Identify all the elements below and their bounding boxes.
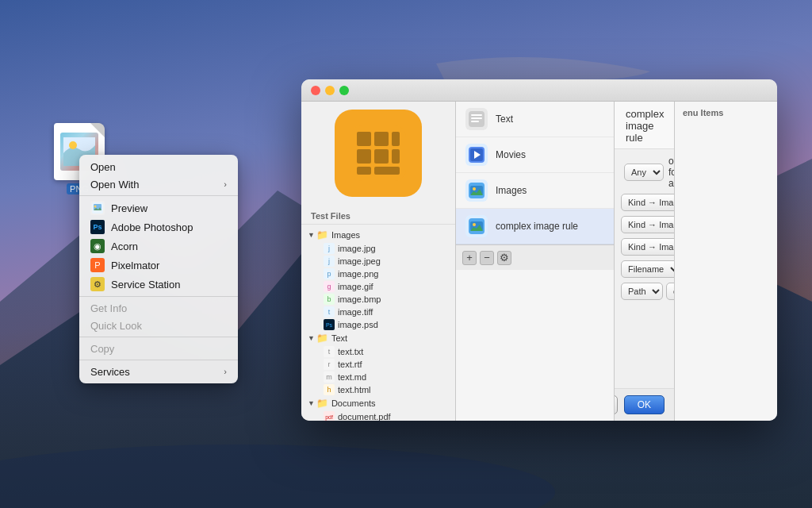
menu-item-copy-label: Copy	[90, 343, 114, 355]
svg-rect-17	[392, 149, 400, 164]
zoom-button[interactable]	[339, 86, 349, 95]
desktop: PNG Open Open With › Preview Ps Adobe	[0, 0, 812, 508]
file-panel: Test Files ▼ 📁 Images j image.jpg j ima	[301, 102, 456, 421]
any-select[interactable]: Any All None	[624, 164, 664, 181]
filename-png: image.png	[338, 269, 378, 279]
smart-folder-movies[interactable]: Movies	[456, 137, 614, 173]
context-menu: Open Open With › Preview Ps Adobe Photos…	[79, 155, 238, 383]
ok-button[interactable]: OK	[624, 395, 665, 414]
folder-icon-images: 📁	[316, 229, 328, 241]
smart-folders-panel: Text Movies	[456, 102, 615, 421]
tree-file-tiff[interactable]: t image.tiff	[301, 306, 455, 318]
separator-1	[79, 195, 238, 196]
condition-field-2[interactable]: Kind → Image	[621, 216, 674, 233]
menu-item-open-with-label: Open With	[90, 179, 139, 190]
svg-point-8	[94, 206, 97, 208]
condition-row-1: Kind → Image is JPEG − +	[621, 194, 668, 211]
folder-arrow-images: ▼	[308, 231, 315, 239]
cancel-button[interactable]: Cancel	[615, 395, 618, 414]
svg-rect-12	[357, 149, 371, 164]
tree-file-txt[interactable]: t text.txt	[301, 345, 455, 358]
menu-item-services-label: Services	[90, 366, 130, 378]
tree-file-png[interactable]: p image.png	[301, 267, 455, 280]
separator-3	[79, 337, 238, 337]
window-titlebar	[301, 79, 777, 102]
tree-file-bmp[interactable]: b image.bmp	[301, 293, 455, 306]
sf-label-images: Images	[496, 185, 527, 196]
tree-folder-documents[interactable]: ▼ 📁 Documents	[301, 396, 455, 410]
menu-item-open[interactable]: Open	[79, 158, 238, 175]
menu-item-service-station[interactable]: ⚙ Service Station	[79, 275, 238, 294]
services-arrow-icon: ›	[224, 367, 227, 376]
file-icon-png: p	[324, 268, 335, 279]
smart-folder-complex-image-rule[interactable]: complex image rule	[456, 209, 614, 244]
sf-label-movies: Movies	[496, 149, 526, 160]
folder-icon-text: 📁	[316, 333, 328, 344]
menu-item-get-info[interactable]: Get Info	[79, 299, 238, 317]
tree-file-html[interactable]: h text.html	[301, 383, 455, 396]
menu-item-photoshop[interactable]: Ps Adobe Photoshop	[79, 217, 238, 237]
minimize-button[interactable]	[325, 86, 335, 95]
svg-rect-10	[357, 132, 371, 146]
menu-item-copy[interactable]: Copy	[79, 340, 238, 357]
svg-point-30	[473, 223, 476, 226]
tree-file-md[interactable]: m text.md	[301, 371, 455, 383]
separator-4	[79, 360, 238, 360]
file-icon-gif: g	[324, 281, 335, 292]
menu-item-pixelmator-label: Pixelmator	[111, 260, 159, 271]
condition-field-1[interactable]: Kind → Image	[621, 194, 674, 211]
menu-item-get-info-label: Get Info	[90, 302, 127, 314]
menu-item-quick-look[interactable]: Quick Look	[79, 317, 238, 334]
file-tree[interactable]: ▼ 📁 Images j image.jpg j image.jpeg p	[301, 225, 455, 421]
menu-item-acorn[interactable]: ◉ Acorn	[79, 237, 238, 256]
rule-editor-footer: Cancel OK	[615, 388, 674, 421]
menu-item-services[interactable]: Services ›	[79, 363, 238, 380]
folder-label-documents: Documents	[331, 398, 376, 408]
remove-smart-folder-button[interactable]: −	[480, 251, 494, 265]
menu-item-preview[interactable]: Preview	[79, 198, 238, 217]
svg-rect-14	[357, 167, 371, 175]
condition-operator-5[interactable]: contains	[666, 283, 674, 300]
app-icon	[335, 110, 422, 197]
tree-file-psd[interactable]: Ps image.psd	[301, 318, 455, 331]
arrow-icon: ›	[224, 179, 227, 189]
tree-file-rtf[interactable]: r text.rtf	[301, 358, 455, 371]
tree-file-jpg[interactable]: j image.jpg	[301, 242, 455, 255]
folder-arrow-text: ▼	[308, 334, 315, 342]
tree-file-jpeg[interactable]: j image.jpeg	[301, 255, 455, 267]
add-smart-folder-button[interactable]: +	[462, 251, 477, 265]
menu-item-open-with[interactable]: Open With ›	[79, 175, 238, 193]
filename-jpeg: image.jpeg	[338, 256, 381, 266]
smart-folder-images[interactable]: Images	[456, 173, 614, 209]
tree-folder-text[interactable]: ▼ 📁 Text	[301, 331, 455, 345]
tree-file-gif[interactable]: g image.gif	[301, 280, 455, 293]
menu-item-pixelmator[interactable]: P Pixelmator	[79, 256, 238, 275]
folder-label-text: Text	[331, 333, 347, 343]
preview-app-icon	[90, 201, 105, 215]
filename-md: text.md	[338, 372, 366, 382]
smart-folders-bottom-bar: + − ⚙	[456, 244, 614, 270]
tree-file-pdf[interactable]: pdf document.pdf	[301, 410, 455, 421]
acorn-icon: ◉	[90, 239, 105, 253]
file-icon-psd: Ps	[324, 319, 335, 330]
condition-row-4: Filename contains − +	[621, 260, 668, 278]
tree-folder-images[interactable]: ▼ 📁 Images	[301, 228, 455, 242]
condition-row-5: Path contains − +	[621, 283, 668, 300]
svg-rect-16	[392, 132, 400, 146]
sf-icon-text	[465, 108, 488, 130]
gear-smart-folder-button[interactable]: ⚙	[497, 251, 511, 265]
rule-conditions: Any All None of the following are true +…	[615, 149, 674, 388]
file-icon-tiff: t	[324, 306, 335, 318]
any-suffix: of the following are true	[668, 156, 674, 189]
folder-arrow-documents: ▼	[308, 399, 315, 407]
file-icon-jpeg: j	[324, 256, 335, 267]
filename-txt: text.txt	[338, 347, 363, 356]
condition-field-3[interactable]: Kind → Image	[621, 238, 674, 256]
rule-editor-title: complex image rule	[615, 102, 674, 149]
close-button[interactable]	[311, 86, 320, 95]
smart-folder-text[interactable]: Text	[456, 102, 614, 137]
menu-item-photoshop-label: Adobe Photoshop	[111, 221, 193, 233]
condition-field-4[interactable]: Filename	[621, 260, 674, 278]
condition-field-5[interactable]: Path	[621, 283, 663, 300]
any-condition-row: Any All None of the following are true +	[621, 156, 668, 189]
